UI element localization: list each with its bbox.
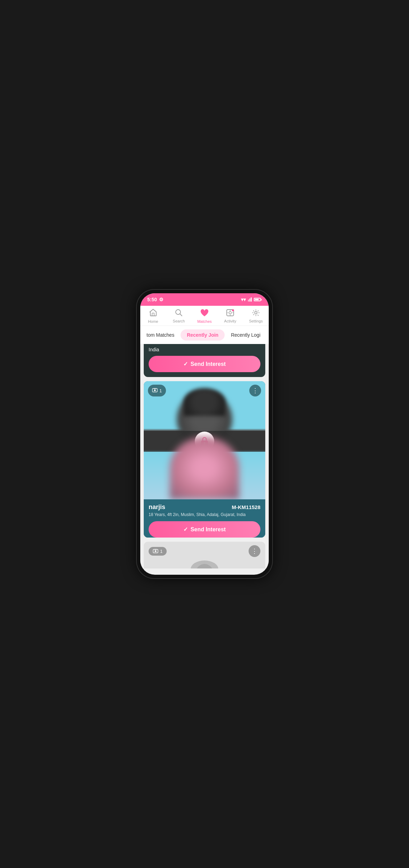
photo-count-badge[interactable]: 1 xyxy=(148,385,166,396)
status-time: 5:50 xyxy=(147,297,157,302)
matches-heart-icon xyxy=(200,309,209,318)
check-icon-top: ✓ xyxy=(183,361,188,367)
nav-label-home: Home xyxy=(148,319,158,324)
bottom-photo-count: 1 xyxy=(160,549,162,554)
more-options-button[interactable]: ⋮ xyxy=(249,385,261,396)
nav-label-activity: Activity xyxy=(224,319,236,323)
bottom-card-top-bar: 1 ⋮ xyxy=(148,545,261,557)
bottom-avatar-area xyxy=(148,557,261,568)
nav-label-settings: Settings xyxy=(249,319,263,323)
activity-icon xyxy=(226,309,234,318)
nav-label-matches: Matches xyxy=(197,319,212,324)
blurred-body xyxy=(170,437,239,499)
send-interest-button-main[interactable]: ✓ Send Interest xyxy=(149,521,260,538)
profile-card: 1 ⋮ xyxy=(144,381,265,538)
battery-icon xyxy=(254,298,262,301)
card-details: 18 Years, 4ft 2in, Muslim, Shia, Adalaj,… xyxy=(149,512,260,517)
svg-rect-15 xyxy=(155,549,157,550)
home-icon xyxy=(149,309,157,318)
card-info: narjis M-KM11528 18 Years, 4ft 2in, Musl… xyxy=(144,499,265,538)
bottom-avatar xyxy=(191,560,218,568)
send-interest-button-top[interactable]: ✓ Send Interest xyxy=(149,356,260,372)
nav-item-activity[interactable]: Activity xyxy=(220,309,241,323)
status-right: ▾▾ xyxy=(241,297,262,302)
wifi-icon: ▾▾ xyxy=(241,297,246,302)
nav-item-home[interactable]: Home xyxy=(143,309,164,324)
bottom-photo-badge[interactable]: 1 xyxy=(149,547,167,556)
svg-point-8 xyxy=(154,389,156,391)
phone-frame: 5:50 ⚙ ▾▾ xyxy=(137,290,272,578)
card-name-row: narjis M-KM11528 xyxy=(149,503,260,511)
nav-item-search[interactable]: Search xyxy=(168,309,189,323)
photo-count: 1 xyxy=(159,388,162,393)
card-name: narjis xyxy=(149,503,165,511)
svg-point-5 xyxy=(232,309,234,311)
check-icon-main: ✓ xyxy=(183,526,188,533)
gear-icon: ⚙ xyxy=(159,297,164,302)
svg-point-14 xyxy=(155,550,157,552)
bottom-more-button[interactable]: ⋮ xyxy=(249,545,260,557)
tab-recently-login[interactable]: Recently Logi xyxy=(225,329,267,341)
tab-custom-matches[interactable]: tom Matches xyxy=(140,329,181,341)
tab-recently-join[interactable]: Recently Join xyxy=(181,329,225,341)
status-left: 5:50 ⚙ xyxy=(147,297,164,302)
nav-label-search: Search xyxy=(173,319,185,323)
card-id: M-KM11528 xyxy=(232,504,260,510)
phone-screen: 5:50 ⚙ ▾▾ xyxy=(140,293,269,575)
svg-line-2 xyxy=(180,314,182,316)
photo-icon xyxy=(152,388,158,394)
partial-card-bottom: 1 ⋮ xyxy=(144,542,265,568)
settings-icon xyxy=(252,309,260,318)
nav-item-settings[interactable]: Settings xyxy=(245,309,266,323)
nav-bar: Home Search Matches xyxy=(140,306,269,326)
card-top-bar: 1 ⋮ xyxy=(144,381,265,400)
status-bar: 5:50 ⚙ ▾▾ xyxy=(140,293,269,306)
scroll-content[interactable]: India ✓ Send Interest xyxy=(140,344,269,568)
svg-point-4 xyxy=(229,312,232,314)
svg-rect-9 xyxy=(154,388,156,389)
svg-point-6 xyxy=(255,312,257,314)
search-icon xyxy=(175,309,183,318)
signal-icon xyxy=(248,297,252,302)
nav-item-matches[interactable]: Matches xyxy=(194,309,215,324)
partial-card-top: India ✓ Send Interest xyxy=(144,344,265,377)
india-location: India xyxy=(149,347,260,352)
svg-rect-0 xyxy=(152,313,154,316)
tabs-row: tom Matches Recently Join Recently Logi xyxy=(140,326,269,344)
